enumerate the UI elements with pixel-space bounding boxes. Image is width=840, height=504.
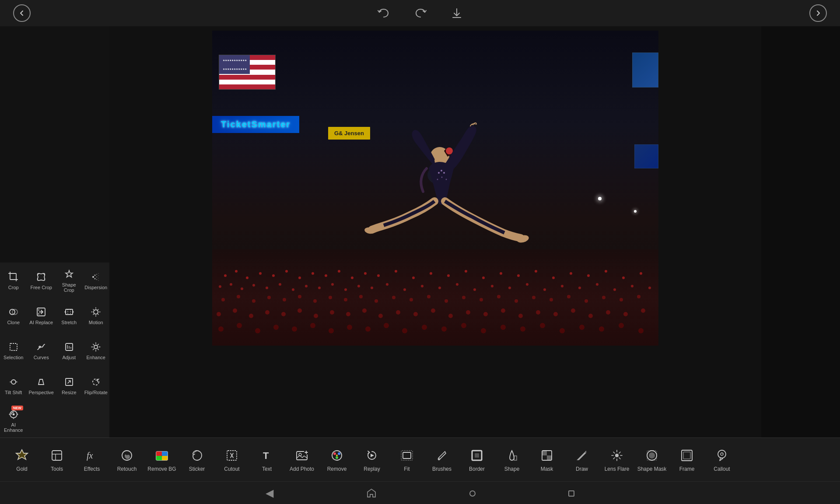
tool-ai-enhance[interactable]: NEW AI Enhance <box>0 402 27 438</box>
svg-point-8 <box>96 274 97 275</box>
svg-point-97 <box>508 287 511 289</box>
top-bar <box>0 0 840 26</box>
svg-point-172 <box>481 328 486 333</box>
tool-resize[interactable]: Resize <box>56 368 83 402</box>
bottom-tool-gold[interactable]: Gold <box>4 444 39 476</box>
svg-point-5 <box>92 276 94 278</box>
svg-point-123 <box>497 295 500 298</box>
svg-point-153 <box>571 308 575 313</box>
svg-point-10 <box>96 279 97 280</box>
svg-point-223 <box>649 452 655 458</box>
tool-motion[interactable]: Motion <box>82 298 109 332</box>
bottom-tool-mask[interactable]: Mask <box>529 444 564 476</box>
svg-point-56 <box>312 272 314 275</box>
tool-curves[interactable]: Curves <box>27 332 56 368</box>
tool-perspective[interactable]: Perspective <box>27 368 56 402</box>
bottom-tool-tools[interactable]: Tools <box>39 444 74 476</box>
svg-point-70 <box>535 270 537 273</box>
remove-bg-label: Remove BG <box>147 466 176 472</box>
tool-crop[interactable]: Crop <box>0 262 27 298</box>
svg-point-117 <box>392 296 396 299</box>
tool-shape-crop[interactable]: Shape Crop <box>56 262 83 298</box>
svg-point-58 <box>338 270 340 273</box>
svg-point-104 <box>631 285 634 287</box>
redo-button[interactable] <box>411 4 430 22</box>
svg-point-64 <box>430 272 432 275</box>
tool-adjust[interactable]: Adjust <box>56 332 83 368</box>
bottom-tool-retouch[interactable]: Retouch <box>109 444 144 476</box>
brushes-icon <box>434 447 450 464</box>
tool-ai-replace[interactable]: AI Replace <box>27 298 56 332</box>
tool-enhance[interactable]: Enhance <box>82 332 109 368</box>
top-bar-right <box>809 4 827 22</box>
tool-stretch[interactable]: Stretch <box>56 298 83 332</box>
next-button[interactable] <box>809 4 827 22</box>
tilt-shift-label: Tilt Shift <box>5 390 22 395</box>
gold-label: Gold <box>16 466 27 472</box>
bottom-tool-shape[interactable]: Shape <box>494 444 529 476</box>
bottom-tool-remove-bg[interactable]: Remove BG <box>144 444 179 476</box>
yellow-text: G& Jensen <box>334 130 364 136</box>
back-nav-button[interactable]: ◀ <box>263 484 276 502</box>
bottom-tool-fit[interactable]: Fit <box>389 444 424 476</box>
motion-icon <box>90 306 102 318</box>
tool-selection[interactable]: Selection <box>0 332 27 368</box>
undo-button[interactable] <box>374 4 393 22</box>
download-button[interactable] <box>448 4 466 23</box>
svg-rect-204 <box>403 452 411 458</box>
svg-point-18 <box>38 309 40 311</box>
svg-point-37 <box>12 413 14 416</box>
svg-point-176 <box>560 328 565 333</box>
bottom-toolbar: Gold Tools fx Effects Retouch <box>0 438 840 481</box>
svg-line-218 <box>613 452 615 453</box>
recents-button[interactable] <box>566 484 577 502</box>
svg-point-158 <box>218 326 224 332</box>
bottom-tool-callout[interactable]: Callout <box>704 444 739 476</box>
svg-point-177 <box>579 325 584 330</box>
svg-point-228 <box>721 453 723 455</box>
tool-free-crop[interactable]: Free Crop <box>27 262 56 298</box>
bottom-tool-draw[interactable]: Draw <box>564 444 599 476</box>
callout-icon <box>714 447 730 464</box>
tool-clone[interactable]: Clone <box>0 298 27 332</box>
ai-enhance-label: AI Enhance <box>2 422 25 433</box>
home-circle-button[interactable] <box>467 484 478 502</box>
ai-replace-label: AI Replace <box>29 320 53 325</box>
bottom-tool-add-photo[interactable]: Add Photo <box>284 444 319 476</box>
tools-label: Tools <box>51 466 63 472</box>
cutout-label: Cutout <box>224 466 239 472</box>
bottom-tool-sticker[interactable]: Sticker <box>179 444 214 476</box>
bottom-tool-border[interactable]: Border <box>459 444 494 476</box>
bottom-tool-frame[interactable]: Frame <box>669 444 704 476</box>
tool-dispersion[interactable]: Dispersion <box>82 262 109 298</box>
bottom-tool-shape-mask[interactable]: Shape Mask <box>634 444 669 476</box>
svg-point-11 <box>98 273 99 274</box>
bottom-tool-text[interactable]: T Text <box>249 444 284 476</box>
svg-point-112 <box>313 299 317 303</box>
bottom-tool-brushes[interactable]: Brushes <box>424 444 459 476</box>
back-button[interactable] <box>13 4 31 22</box>
sticker-label: Sticker <box>189 466 205 472</box>
scene-background: ★★★★★★ ★★★★★ ★★★★★★ ★★★★★ TicketSmarter … <box>212 31 658 346</box>
svg-point-111 <box>298 295 301 298</box>
tool-tilt-shift[interactable]: Tilt Shift <box>0 368 27 402</box>
lens-flare-label: Lens Flare <box>605 466 630 472</box>
bottom-tool-remove[interactable]: Remove <box>319 444 354 476</box>
bottom-tool-replay[interactable]: Replay <box>354 444 389 476</box>
svg-point-49 <box>224 274 227 277</box>
svg-point-14 <box>98 280 99 281</box>
svg-point-76 <box>640 272 642 275</box>
svg-point-46 <box>446 179 447 180</box>
svg-point-150 <box>518 314 523 318</box>
tool-flip-rotate[interactable]: Flip/Rotate <box>82 368 109 402</box>
svg-point-44 <box>437 179 438 180</box>
svg-point-41 <box>438 172 440 174</box>
home-nav-button[interactable] <box>364 485 379 501</box>
bottom-tool-cutout[interactable]: Cutout <box>214 444 249 476</box>
bottom-tool-lens-flare[interactable]: Lens Flare <box>599 444 634 476</box>
adjust-icon <box>63 341 75 353</box>
bottom-nav: ◀ <box>0 481 840 504</box>
enhance-icon <box>90 341 102 353</box>
bottom-tool-effects[interactable]: fx Effects <box>74 444 109 476</box>
svg-point-72 <box>570 272 572 275</box>
